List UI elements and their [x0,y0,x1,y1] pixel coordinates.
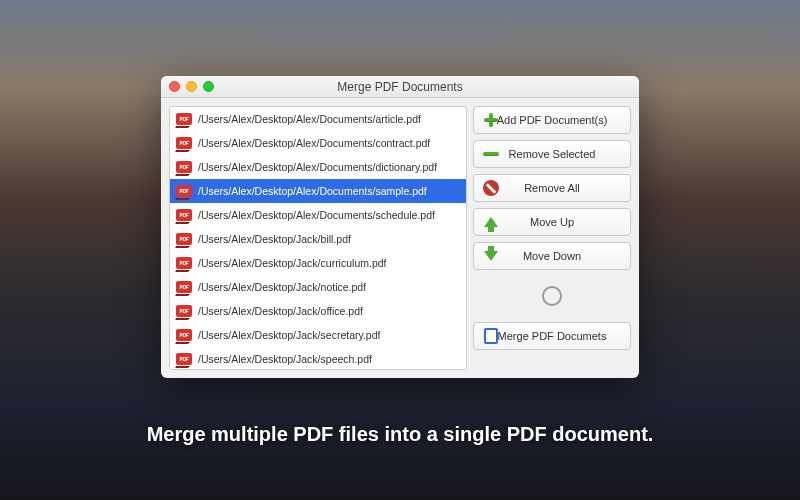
pdf-icon [176,209,192,221]
list-item[interactable]: /Users/Alex/Desktop/Jack/office.pdf [170,299,466,323]
file-path: /Users/Alex/Desktop/Alex/Documents/artic… [198,113,421,125]
progress-area [473,276,631,316]
pdf-icon [176,305,192,317]
list-item[interactable]: /Users/Alex/Desktop/Jack/curriculum.pdf [170,251,466,275]
window-title: Merge PDF Documents [161,80,639,94]
minus-icon [482,145,500,163]
list-item[interactable]: /Users/Alex/Desktop/Alex/Documents/sampl… [170,179,466,203]
remove-all-button[interactable]: Remove All [473,174,631,202]
move-up-button[interactable]: Move Up [473,208,631,236]
close-button[interactable] [169,81,180,92]
desktop-background: Merge PDF Documents /Users/Alex/Desktop/… [0,0,800,500]
file-path: /Users/Alex/Desktop/Alex/Documents/sampl… [198,185,427,197]
document-icon [482,327,500,345]
pdf-icon [176,281,192,293]
move-down-label: Move Down [523,250,581,262]
plus-icon [482,111,500,129]
pdf-icon [176,257,192,269]
add-pdf-button[interactable]: Add PDF Document(s) [473,106,631,134]
window-content: /Users/Alex/Desktop/Alex/Documents/artic… [161,98,639,378]
forbid-icon [482,179,500,197]
merge-label: Merge PDF Documets [498,330,607,342]
move-up-label: Move Up [530,216,574,228]
side-panel: Add PDF Document(s) Remove Selected Remo… [473,106,631,370]
list-item[interactable]: /Users/Alex/Desktop/Alex/Documents/sched… [170,203,466,227]
minimize-button[interactable] [186,81,197,92]
add-pdf-label: Add PDF Document(s) [497,114,608,126]
list-item[interactable]: /Users/Alex/Desktop/Alex/Documents/contr… [170,131,466,155]
file-path: /Users/Alex/Desktop/Alex/Documents/contr… [198,137,430,149]
list-item[interactable]: /Users/Alex/Desktop/Jack/bill.pdf [170,227,466,251]
file-path: /Users/Alex/Desktop/Alex/Documents/dicti… [198,161,437,173]
pdf-icon [176,329,192,341]
merge-pdf-window: Merge PDF Documents /Users/Alex/Desktop/… [161,76,639,378]
file-path: /Users/Alex/Desktop/Jack/curriculum.pdf [198,257,386,269]
file-path: /Users/Alex/Desktop/Jack/office.pdf [198,305,363,317]
remove-all-label: Remove All [524,182,580,194]
list-item[interactable]: /Users/Alex/Desktop/Jack/speech.pdf [170,347,466,370]
file-path: /Users/Alex/Desktop/Jack/secretary.pdf [198,329,380,341]
arrow-down-icon [482,247,500,265]
titlebar[interactable]: Merge PDF Documents [161,76,639,98]
list-item[interactable]: /Users/Alex/Desktop/Jack/secretary.pdf [170,323,466,347]
maximize-button[interactable] [203,81,214,92]
file-path: /Users/Alex/Desktop/Alex/Documents/sched… [198,209,435,221]
pdf-icon [176,233,192,245]
pdf-icon [176,113,192,125]
move-down-button[interactable]: Move Down [473,242,631,270]
pdf-icon [176,185,192,197]
file-path: /Users/Alex/Desktop/Jack/speech.pdf [198,353,372,365]
window-controls [169,81,214,92]
progress-spinner-icon [542,286,562,306]
file-path: /Users/Alex/Desktop/Jack/notice.pdf [198,281,366,293]
list-item[interactable]: /Users/Alex/Desktop/Jack/notice.pdf [170,275,466,299]
remove-selected-label: Remove Selected [509,148,596,160]
marketing-caption: Merge multiple PDF files into a single P… [0,423,800,446]
pdf-icon [176,137,192,149]
pdf-icon [176,161,192,173]
arrow-up-icon [482,213,500,231]
file-path: /Users/Alex/Desktop/Jack/bill.pdf [198,233,351,245]
file-list[interactable]: /Users/Alex/Desktop/Alex/Documents/artic… [169,106,467,370]
list-item[interactable]: /Users/Alex/Desktop/Alex/Documents/dicti… [170,155,466,179]
list-item[interactable]: /Users/Alex/Desktop/Alex/Documents/artic… [170,107,466,131]
remove-selected-button[interactable]: Remove Selected [473,140,631,168]
merge-button[interactable]: Merge PDF Documets [473,322,631,350]
pdf-icon [176,353,192,365]
